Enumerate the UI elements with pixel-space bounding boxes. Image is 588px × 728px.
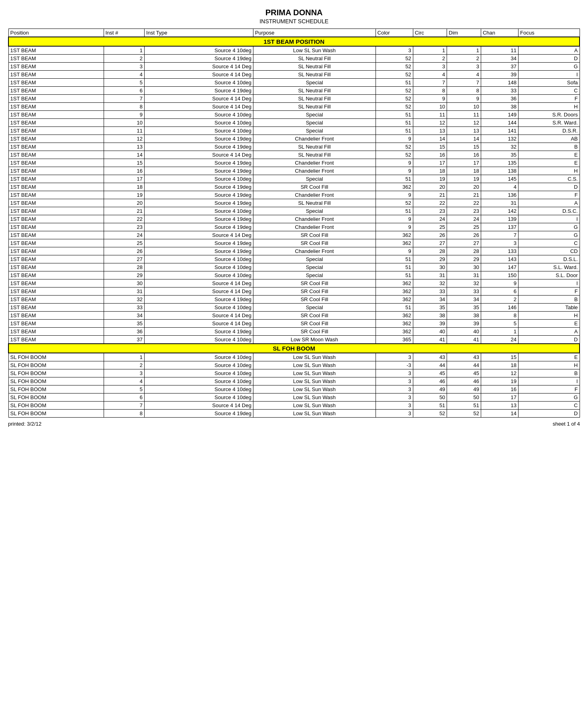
table-cell: 136 [481,191,518,199]
table-cell: 362 [376,239,413,247]
table-cell: 7 [104,402,145,410]
table-cell: Source 4 19deg [145,223,253,231]
table-cell: 26 [413,231,447,239]
table-cell: 7 [413,79,447,87]
table-cell: 36 [104,328,145,336]
table-cell: 3 [413,63,447,71]
table-cell: 2 [481,296,518,304]
table-cell: 1ST BEAM [8,119,104,127]
table-row: 1ST BEAM23Source 4 19degChandelier Front… [8,223,580,231]
table-row: 1ST BEAM29Source 4 10degSpecial513131150… [8,271,580,279]
table-cell: 51 [376,127,413,135]
table-cell: 9 [104,111,145,119]
table-cell: Table [519,304,580,312]
table-cell: 52 [376,87,413,95]
table-cell: 1ST BEAM [8,143,104,151]
table-cell: SR Cool Fill [253,296,376,304]
table-cell: Chandelier Front [253,135,376,143]
table-cell: 52 [376,199,413,207]
table-cell: Special [253,271,376,279]
table-cell: 1ST BEAM [8,320,104,328]
table-cell: SL FOH BOOM [8,410,104,418]
table-row: 1ST BEAM32Source 4 19degSR Cool Fill3623… [8,296,580,304]
table-cell: F [519,288,580,296]
table-cell: Source 4 10deg [145,207,253,215]
table-cell: SR Cool Fill [253,288,376,296]
table-cell: 16 [481,385,518,394]
table-cell: Source 4 14 Deg [145,103,253,111]
table-cell: 51 [376,79,413,87]
table-cell: 1ST BEAM [8,127,104,135]
table-cell: 31 [447,271,481,279]
table-cell: Source 4 19deg [145,55,253,63]
table-cell: 3 [376,410,413,418]
table-cell: 133 [481,247,518,255]
table-row: 1ST BEAM20Source 4 19degSL Neutral Fill5… [8,199,580,207]
table-cell: 34 [481,55,518,63]
table-cell: 13 [104,143,145,151]
table-row: 1ST BEAM22Source 4 19degChandelier Front… [8,215,580,223]
table-cell: 1ST BEAM [8,175,104,183]
table-cell: Source 4 10deg [145,361,253,369]
table-cell: 19 [481,377,518,385]
table-row: 1ST BEAM11Source 4 10degSpecial511313141… [8,127,580,135]
table-cell: E [519,151,580,159]
table-cell: 18 [104,183,145,191]
table-cell: 1ST BEAM [8,87,104,95]
table-cell: Low SL Sun Wash [253,385,376,394]
table-cell: C.S. [519,175,580,183]
table-row: 1ST BEAM7Source 4 14 DegSL Neutral Fill5… [8,95,580,103]
table-cell: 9 [376,167,413,175]
table-cell: 12 [481,369,518,377]
table-cell: 9 [376,215,413,223]
table-cell: 5 [104,385,145,394]
table-cell: 1ST BEAM [8,231,104,239]
table-cell: C [519,402,580,410]
table-cell: Source 4 19deg [145,159,253,167]
table-cell: 16 [447,151,481,159]
table-cell: 43 [447,353,481,361]
table-cell: 19 [447,175,481,183]
table-cell: 27 [447,239,481,247]
footer: printed: 3/2/12 sheet 1 of 4 [8,421,580,427]
table-cell: 52 [376,55,413,63]
table-cell: SL FOH BOOM [8,402,104,410]
table-cell: 51 [413,402,447,410]
table-cell: E [519,353,580,361]
table-cell: Chandelier Front [253,159,376,167]
table-cell: 362 [376,183,413,191]
table-cell: 9 [376,191,413,199]
table-row: 1ST BEAM21Source 4 10degSpecial512323142… [8,207,580,215]
table-cell: SR Cool Fill [253,279,376,288]
table-cell: S.L. Ward. [519,263,580,271]
table-cell: SL Neutral Fill [253,63,376,71]
table-cell: Source 4 19deg [145,239,253,247]
table-cell: 14 [481,410,518,418]
footer-printed: printed: 3/2/12 [8,421,41,427]
table-row: 1ST BEAM33Source 4 10degSpecial513535146… [8,304,580,312]
table-cell: Source 4 10deg [145,369,253,377]
table-cell: 9 [481,279,518,288]
table-row: 1ST BEAM10Source 4 10degSpecial511212144… [8,119,580,127]
table-row: 1ST BEAM1Source 4 10degLow SL Sun Wash31… [8,46,580,55]
table-cell: 4 [413,71,447,79]
table-cell: 19 [104,191,145,199]
table-cell: E [519,159,580,167]
table-cell: 52 [376,151,413,159]
table-cell: SR Cool Fill [253,239,376,247]
table-cell: 13 [481,402,518,410]
table-row: SL FOH BOOM3Source 4 10degLow SL Sun Was… [8,369,580,377]
table-cell: 9 [447,95,481,103]
table-cell: SL Neutral Fill [253,199,376,207]
table-cell: 51 [376,271,413,279]
table-cell: Special [253,79,376,87]
table-cell: 46 [413,377,447,385]
table-cell: 15 [104,159,145,167]
table-cell: 40 [447,328,481,336]
table-cell: 24 [447,215,481,223]
table-cell: 32 [481,143,518,151]
table-cell: SL FOH BOOM [8,394,104,402]
table-cell: I [519,215,580,223]
table-cell: 52 [376,143,413,151]
table-row: 1ST BEAM27Source 4 10degSpecial512929143… [8,255,580,263]
